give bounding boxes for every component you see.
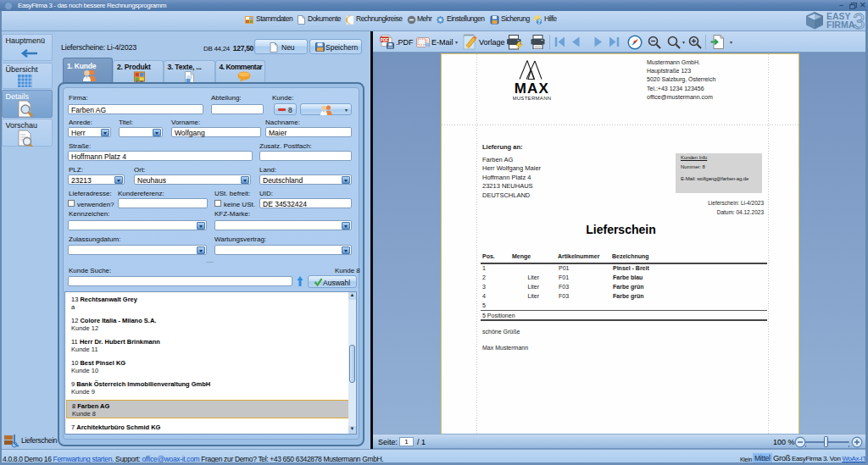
svg-text:MAX: MAX	[515, 80, 549, 97]
svg-text:FIRMA: FIRMA	[826, 19, 855, 30]
svg-text:3: 3	[853, 11, 865, 30]
svg-text:?: ?	[537, 19, 541, 25]
svg-text:@: @	[426, 43, 430, 47]
svg-text:MUSTERMANN: MUSTERMANN	[513, 96, 551, 101]
svg-text:PDF: PDF	[381, 38, 389, 42]
